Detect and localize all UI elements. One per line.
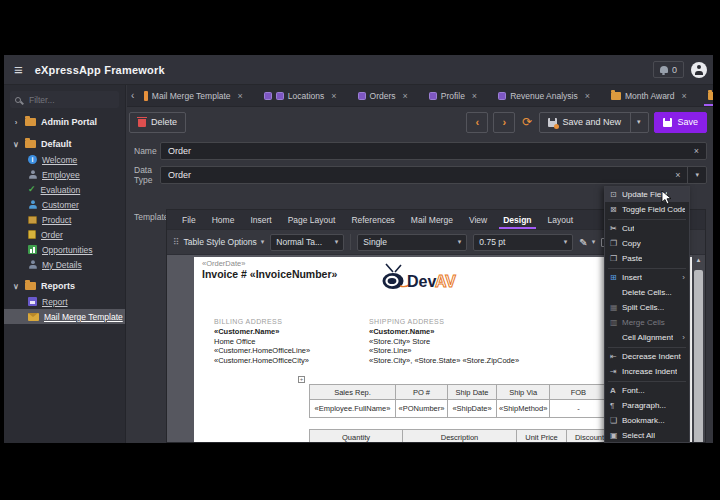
tab-locations[interactable]: Locations× (258, 85, 343, 106)
menu-item-paste[interactable]: ❒Paste (605, 251, 689, 266)
filter-input[interactable] (27, 94, 113, 106)
item-label: Employee (42, 170, 80, 180)
delete-button[interactable]: Delete (129, 112, 186, 133)
ribbon-tab-layout[interactable]: Layout (541, 210, 581, 229)
menu-item-delete-cells[interactable]: Delete Cells... (605, 285, 689, 300)
close-icon[interactable]: × (403, 91, 408, 101)
menu-item-font[interactable]: AFont... (605, 383, 689, 398)
menu-item-decrease-indent[interactable]: ⇤Decrease Indent (605, 349, 689, 364)
next-record-button[interactable]: › (493, 112, 515, 133)
sidebar-item-employee[interactable]: Employee (4, 167, 125, 182)
select-all-icon: ▣ (610, 431, 622, 440)
chevron-down-icon[interactable]: ▾ (687, 167, 706, 183)
line-style-dropdown[interactable]: Single ▾ (357, 234, 467, 251)
sidebar-group-default[interactable]: ∨ Default (4, 136, 125, 152)
save-and-new-button[interactable]: Save and New ▾ (539, 112, 649, 133)
close-icon[interactable]: × (681, 91, 686, 101)
sidebar-group-admin-portal[interactable]: › Admin Portal (4, 114, 125, 130)
sidebar-item-mail-merge-template[interactable]: Mail Merge Template (4, 309, 125, 324)
ribbon-tab-file[interactable]: File (175, 210, 203, 229)
tab-mail-merge-template[interactable]: Mail Merge Template× (138, 85, 249, 106)
menu-item-cut[interactable]: ✂Cut (605, 221, 689, 236)
pen-color-button[interactable]: ✎ ▾ (579, 237, 595, 248)
table-move-handle[interactable]: + (298, 376, 305, 383)
sidebar-item-customer[interactable]: Customer (4, 197, 125, 212)
ribbon-tab-insert[interactable]: Insert (243, 210, 278, 229)
notifications-button[interactable]: 0 (653, 61, 684, 78)
field-cell: «PONumber» (396, 400, 448, 418)
ribbon-tab-view[interactable]: View (462, 210, 494, 229)
close-icon[interactable]: × (585, 91, 590, 101)
menu-item-select-all[interactable]: ▣Select All (605, 428, 689, 443)
previous-record-button[interactable]: ‹ (466, 112, 488, 133)
tab-revenue-analysis[interactable]: Revenue Analysis× (492, 85, 596, 106)
menu-item-paragraph[interactable]: ¶Paragraph... (605, 398, 689, 413)
sidebar-item-welcome[interactable]: Welcome (4, 152, 125, 167)
chevron-down-icon: ▾ (564, 238, 568, 246)
menu-item-toggle-field-codes[interactable]: ⊠Toggle Field Codes (605, 202, 689, 217)
clear-icon[interactable]: × (687, 146, 706, 156)
decrease-indent-icon: ⇤ (610, 352, 622, 361)
scroll-up-icon[interactable]: ▲ (692, 257, 705, 263)
name-field-row: Name × (127, 140, 707, 162)
data-type-input[interactable] (161, 170, 668, 180)
name-input[interactable] (161, 146, 687, 156)
header-cell: Quantity (310, 430, 403, 443)
vertical-scrollbar[interactable]: ▲ (692, 255, 705, 442)
sidebar-item-my-details[interactable]: My Details (4, 257, 125, 272)
data-type-field-row: Data Type × ▾ (127, 164, 707, 186)
billing-line: Home Office (214, 337, 310, 347)
sidebar-item-product[interactable]: Product (4, 212, 125, 227)
window-icon (498, 92, 506, 100)
paragraph-icon: ¶ (610, 401, 622, 410)
ribbon-tab-references[interactable]: References (344, 210, 401, 229)
hamburger-menu-icon[interactable]: ≡ (14, 61, 23, 78)
merge-cells-icon: ▥ (610, 318, 622, 327)
close-icon[interactable]: × (472, 91, 477, 101)
table-style-dropdown[interactable]: Normal Ta... ▾ (270, 234, 344, 251)
sidebar-group-reports[interactable]: ∨ Reports (4, 278, 125, 294)
table-style-options-dropdown[interactable]: ⠿ Table Style Options ▾ (173, 237, 264, 247)
template-icon (144, 91, 148, 101)
sidebar-item-evaluation[interactable]: ✓Evaluation (4, 182, 125, 197)
line-weight-dropdown[interactable]: 0.75 pt ▾ (473, 234, 573, 251)
close-icon[interactable]: × (238, 91, 243, 101)
menu-item-bookmark[interactable]: ❏Bookmark... (605, 413, 689, 428)
tab-label: Orders (370, 91, 396, 101)
sidebar-item-report[interactable]: Report (4, 294, 125, 309)
clear-icon[interactable]: × (668, 170, 687, 180)
folder-icon (25, 282, 36, 290)
chevron-down-icon[interactable]: ▾ (630, 113, 641, 132)
menu-item-label: Split Cells... (622, 303, 664, 312)
refresh-button[interactable]: ⟳ (520, 112, 534, 133)
increase-indent-icon: ⇥ (610, 367, 622, 376)
menu-item-merge-cells[interactable]: ▥Merge Cells (605, 315, 689, 330)
app-window: ≡ eXpressApp Framework 0 › Admin Portal (4, 55, 713, 443)
filter-box[interactable] (10, 91, 119, 108)
menu-item-increase-indent[interactable]: ⇥Increase Indent (605, 364, 689, 379)
save-button[interactable]: Save (654, 112, 707, 133)
app-title: eXpressApp Framework (35, 64, 165, 76)
ribbon-tab-home[interactable]: Home (205, 210, 242, 229)
folder-icon (25, 140, 36, 148)
menu-item-cell-alignment[interactable]: Cell Alignment› (605, 330, 689, 345)
user-avatar[interactable] (691, 62, 707, 78)
ribbon-tab-page-layout[interactable]: Page Layout (281, 210, 343, 229)
sidebar-item-order[interactable]: Order (4, 227, 125, 242)
header-cell: FOB (550, 385, 607, 400)
ribbon-tab-design[interactable]: Design (496, 210, 538, 229)
menu-item-update-field[interactable]: ⊡Update Field (605, 187, 689, 202)
scrollbar-thumb[interactable] (694, 270, 703, 442)
sidebar-item-opportunities[interactable]: Opportunities (4, 242, 125, 257)
tab-order-active[interactable]: Order*× (702, 85, 713, 106)
tab-month-award[interactable]: Month Award× (605, 85, 693, 106)
menu-item-split-cells[interactable]: ▦Split Cells... (605, 300, 689, 315)
close-icon[interactable]: × (331, 91, 336, 101)
tabs-scroll-left-button[interactable]: ‹ (127, 90, 138, 101)
tab-profile[interactable]: Profile× (423, 85, 483, 106)
scissors-icon: ✂ (610, 224, 622, 233)
menu-item-copy[interactable]: ❐Copy (605, 236, 689, 251)
menu-item-insert[interactable]: ⊞Insert› (605, 270, 689, 285)
ribbon-tab-mail-merge[interactable]: Mail Merge (404, 210, 460, 229)
tab-orders[interactable]: Orders× (352, 85, 414, 106)
